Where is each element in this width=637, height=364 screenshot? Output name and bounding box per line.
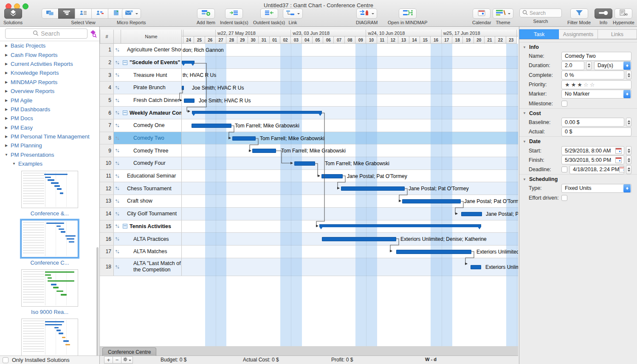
gantt-row-5[interactable]: 5 Fresh Catch Dinner: [100, 94, 518, 107]
resources-icon[interactable]: [114, 208, 121, 220]
checkbox[interactable]: [561, 101, 567, 107]
task-name[interactable]: "Scedule of Events": [121, 56, 182, 69]
resources-icon[interactable]: [114, 157, 121, 169]
task-name[interactable]: Tennis Activities: [121, 220, 182, 233]
calendar-button[interactable]: [473, 8, 490, 19]
triangle-down-icon[interactable]: ▼: [523, 45, 526, 49]
settings-gear-button[interactable]: [121, 356, 133, 364]
link-tasks-button[interactable]: [283, 8, 303, 19]
indent-task-button[interactable]: [225, 8, 243, 19]
add-row-button[interactable]: +: [104, 356, 113, 364]
solution-thumbnail-1[interactable]: Conference C...: [0, 220, 99, 266]
task-name[interactable]: ALTA Practices: [121, 233, 182, 245]
toolbar-search-input[interactable]: Search: [519, 8, 562, 17]
gantt-row-4[interactable]: 4 Pirate Brunch: [100, 82, 518, 94]
date-field[interactable]: 5/30/2018, 5:00 PM: [561, 155, 624, 164]
task-name[interactable]: Weekly Amateur Comedy: [121, 107, 182, 119]
priority-stars-field[interactable]: ★★★☆☆: [561, 80, 631, 89]
solutions-button[interactable]: [4, 8, 22, 19]
triangle-right-icon[interactable]: ▶: [4, 44, 8, 48]
resources-icon[interactable]: [114, 107, 121, 119]
dropdown-select[interactable]: Fixed Units: [561, 184, 631, 193]
calendar-picker-icon[interactable]: [615, 157, 622, 163]
gantt-row-1[interactable]: 1 Agriculture Center Showcase: [100, 44, 518, 56]
resources-icon[interactable]: [114, 245, 121, 258]
sidebar-item-8[interactable]: ▶ PM Docs: [0, 114, 99, 123]
sidebar-item-11[interactable]: ▶ PM Planning: [0, 141, 99, 150]
task-bar[interactable]: [252, 149, 276, 153]
triangle-right-icon[interactable]: ▶: [4, 80, 8, 84]
stepper-control[interactable]: [626, 118, 631, 127]
thumbnail-label[interactable]: Conference &...: [0, 210, 99, 217]
task-name[interactable]: Agriculture Center Showcase: [121, 44, 182, 56]
deadline-checkbox[interactable]: [561, 166, 567, 172]
document-tab[interactable]: Conference Centre: [102, 347, 156, 356]
section-header-date[interactable]: ▼ Date: [519, 136, 637, 146]
collapse-box-icon[interactable]: [123, 224, 127, 229]
task-bar[interactable]: [322, 237, 396, 241]
task-name[interactable]: Fresh Catch Dinner: [121, 94, 182, 107]
triangle-right-icon[interactable]: ▶: [4, 107, 8, 111]
tab-links[interactable]: Links: [598, 29, 637, 39]
sidebar-item-12[interactable]: ▼ PM Presentations: [0, 150, 99, 159]
triangle-right-icon[interactable]: ▶: [4, 126, 8, 130]
gantt-row-18[interactable]: 18 ALTA "Last Match of the Competition: [100, 258, 518, 277]
add-item-button[interactable]: [197, 8, 215, 19]
theme-button[interactable]: [493, 8, 513, 19]
solution-thumbnail-0[interactable]: Conference &...: [0, 171, 99, 217]
resources-icon[interactable]: [114, 119, 121, 132]
resources-icon[interactable]: [114, 258, 121, 276]
resources-icon[interactable]: [114, 195, 121, 207]
triangle-down-icon[interactable]: ▼: [4, 153, 8, 157]
only-installed-checkbox[interactable]: [3, 357, 8, 363]
resources-icon[interactable]: [114, 233, 121, 245]
sidebar-item-6[interactable]: ▶ PM Agile: [0, 96, 99, 104]
task-name[interactable]: Treasure Hunt: [121, 69, 182, 81]
triangle-down-icon[interactable]: ▼: [523, 111, 526, 115]
task-name[interactable]: City Golf Tournament: [121, 208, 182, 220]
dropdown-select[interactable]: No Marker: [561, 90, 631, 99]
resources-icon[interactable]: [114, 94, 121, 107]
collapse-box-icon[interactable]: [123, 60, 127, 65]
thumbnail-label[interactable]: Conference C...: [0, 260, 99, 266]
triangle-right-icon[interactable]: ▶: [4, 62, 8, 66]
text-field[interactable]: Comedy Two: [561, 52, 631, 61]
sidebar-item-9[interactable]: ▶ PM Easy: [0, 123, 99, 132]
section-header-info[interactable]: ▼ Info: [519, 42, 637, 51]
diagram-button[interactable]: [356, 8, 377, 19]
task-name[interactable]: Craft show: [121, 195, 182, 207]
gantt-row-3[interactable]: 3 Treasure Hunt: [100, 69, 518, 82]
sidebar-scroll-area[interactable]: ▶ Basic Projects ▶ Cash Flow Reports ▶ C…: [0, 41, 99, 356]
duration-field[interactable]: 2.0: [561, 61, 584, 70]
task-bar[interactable]: [471, 265, 481, 269]
task-name[interactable]: Pirate Brunch: [121, 82, 182, 94]
filter-mode-button[interactable]: [570, 8, 588, 19]
sidebar-item-10[interactable]: ▶ PM Personal Time Management: [0, 132, 99, 141]
solution-thumbnail-3[interactable]: Multimedia 101: [0, 319, 99, 356]
task-bar[interactable]: [182, 86, 184, 90]
thumbnail-preview[interactable]: [21, 171, 78, 208]
tab-assignments[interactable]: Assignments: [559, 29, 598, 39]
triangle-right-icon[interactable]: ▶: [4, 135, 8, 138]
triangle-right-icon[interactable]: ▶: [4, 71, 8, 75]
task-name[interactable]: Chess Tournament: [121, 182, 182, 195]
sidebar-item-examples[interactable]: ▼ Examples: [0, 159, 99, 168]
sidebar-item-3[interactable]: ▶ Knowledge Reports: [0, 68, 99, 77]
task-name[interactable]: Comedy Two: [121, 132, 182, 144]
task-bar[interactable]: [461, 212, 482, 216]
task-name[interactable]: Comedy Three: [121, 144, 182, 157]
gantt-chart-area[interactable]: #Namew22, 27 May 2018w23, 03 Jun 2018w24…: [100, 26, 518, 347]
gantt-row-14[interactable]: 14 City Golf Tournament: [100, 208, 518, 220]
view-resources-button[interactable]: [75, 8, 92, 19]
date-field[interactable]: 4/18/2018, 2:24 PM: [569, 165, 624, 174]
triangle-down-icon[interactable]: ▼: [12, 162, 16, 166]
gantt-row-11[interactable]: 11 Educational Seminar: [100, 170, 518, 183]
calendar-picker-icon[interactable]: [619, 166, 624, 172]
triangle-down-icon[interactable]: ▼: [523, 178, 526, 181]
view-board-button[interactable]: [42, 8, 59, 19]
info-panel-button[interactable]: [595, 8, 612, 19]
task-bar[interactable]: [184, 99, 194, 103]
hypernote-button[interactable]: [614, 8, 632, 19]
resources-icon[interactable]: [114, 170, 121, 182]
gantt-row-2[interactable]: 2 "Scedule of Events": [100, 56, 518, 69]
